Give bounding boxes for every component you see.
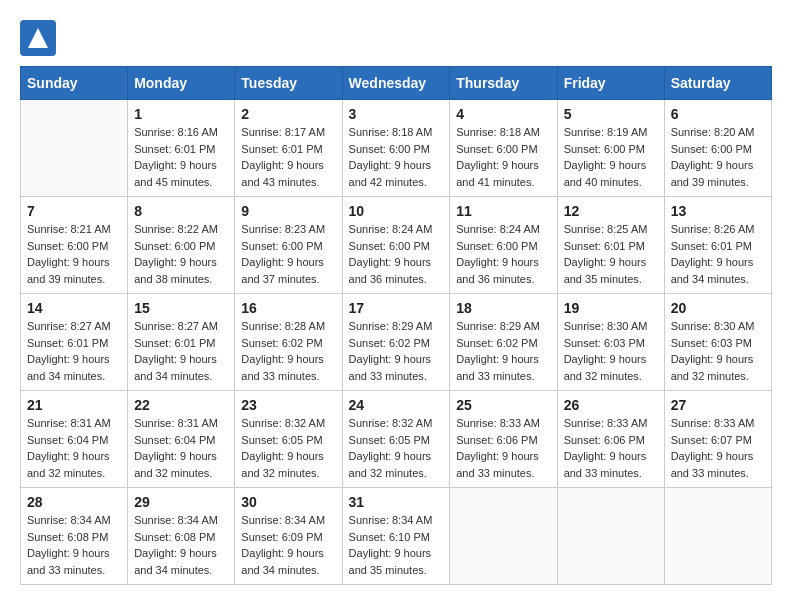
calendar-cell: 18Sunrise: 8:29 AM Sunset: 6:02 PM Dayli… <box>450 294 557 391</box>
calendar-cell: 11Sunrise: 8:24 AM Sunset: 6:00 PM Dayli… <box>450 197 557 294</box>
calendar-cell: 22Sunrise: 8:31 AM Sunset: 6:04 PM Dayli… <box>128 391 235 488</box>
day-info: Sunrise: 8:19 AM Sunset: 6:00 PM Dayligh… <box>564 124 658 190</box>
day-number: 11 <box>456 203 550 219</box>
calendar-cell: 12Sunrise: 8:25 AM Sunset: 6:01 PM Dayli… <box>557 197 664 294</box>
day-info: Sunrise: 8:29 AM Sunset: 6:02 PM Dayligh… <box>349 318 444 384</box>
day-info: Sunrise: 8:29 AM Sunset: 6:02 PM Dayligh… <box>456 318 550 384</box>
calendar-cell: 27Sunrise: 8:33 AM Sunset: 6:07 PM Dayli… <box>664 391 771 488</box>
day-number: 31 <box>349 494 444 510</box>
calendar: SundayMondayTuesdayWednesdayThursdayFrid… <box>20 66 772 585</box>
calendar-cell: 29Sunrise: 8:34 AM Sunset: 6:08 PM Dayli… <box>128 488 235 585</box>
calendar-cell: 30Sunrise: 8:34 AM Sunset: 6:09 PM Dayli… <box>235 488 342 585</box>
calendar-header-monday: Monday <box>128 67 235 100</box>
day-number: 2 <box>241 106 335 122</box>
calendar-cell: 28Sunrise: 8:34 AM Sunset: 6:08 PM Dayli… <box>21 488 128 585</box>
day-info: Sunrise: 8:26 AM Sunset: 6:01 PM Dayligh… <box>671 221 765 287</box>
day-info: Sunrise: 8:31 AM Sunset: 6:04 PM Dayligh… <box>27 415 121 481</box>
calendar-header-saturday: Saturday <box>664 67 771 100</box>
calendar-cell: 16Sunrise: 8:28 AM Sunset: 6:02 PM Dayli… <box>235 294 342 391</box>
day-number: 18 <box>456 300 550 316</box>
day-info: Sunrise: 8:34 AM Sunset: 6:09 PM Dayligh… <box>241 512 335 578</box>
day-info: Sunrise: 8:24 AM Sunset: 6:00 PM Dayligh… <box>349 221 444 287</box>
day-info: Sunrise: 8:31 AM Sunset: 6:04 PM Dayligh… <box>134 415 228 481</box>
calendar-cell: 15Sunrise: 8:27 AM Sunset: 6:01 PM Dayli… <box>128 294 235 391</box>
calendar-cell: 9Sunrise: 8:23 AM Sunset: 6:00 PM Daylig… <box>235 197 342 294</box>
calendar-header-friday: Friday <box>557 67 664 100</box>
day-number: 30 <box>241 494 335 510</box>
calendar-cell: 26Sunrise: 8:33 AM Sunset: 6:06 PM Dayli… <box>557 391 664 488</box>
day-info: Sunrise: 8:22 AM Sunset: 6:00 PM Dayligh… <box>134 221 228 287</box>
day-info: Sunrise: 8:20 AM Sunset: 6:00 PM Dayligh… <box>671 124 765 190</box>
day-info: Sunrise: 8:28 AM Sunset: 6:02 PM Dayligh… <box>241 318 335 384</box>
day-number: 29 <box>134 494 228 510</box>
logo-icon <box>20 20 56 56</box>
day-info: Sunrise: 8:16 AM Sunset: 6:01 PM Dayligh… <box>134 124 228 190</box>
calendar-cell: 13Sunrise: 8:26 AM Sunset: 6:01 PM Dayli… <box>664 197 771 294</box>
calendar-cell: 7Sunrise: 8:21 AM Sunset: 6:00 PM Daylig… <box>21 197 128 294</box>
day-number: 5 <box>564 106 658 122</box>
calendar-cell <box>664 488 771 585</box>
day-info: Sunrise: 8:34 AM Sunset: 6:10 PM Dayligh… <box>349 512 444 578</box>
header <box>20 20 772 56</box>
calendar-cell: 31Sunrise: 8:34 AM Sunset: 6:10 PM Dayli… <box>342 488 450 585</box>
calendar-cell <box>450 488 557 585</box>
day-number: 16 <box>241 300 335 316</box>
day-number: 22 <box>134 397 228 413</box>
day-number: 13 <box>671 203 765 219</box>
day-number: 9 <box>241 203 335 219</box>
day-number: 1 <box>134 106 228 122</box>
day-number: 25 <box>456 397 550 413</box>
calendar-week-row: 14Sunrise: 8:27 AM Sunset: 6:01 PM Dayli… <box>21 294 772 391</box>
calendar-week-row: 1Sunrise: 8:16 AM Sunset: 6:01 PM Daylig… <box>21 100 772 197</box>
calendar-week-row: 21Sunrise: 8:31 AM Sunset: 6:04 PM Dayli… <box>21 391 772 488</box>
day-info: Sunrise: 8:24 AM Sunset: 6:00 PM Dayligh… <box>456 221 550 287</box>
calendar-cell: 21Sunrise: 8:31 AM Sunset: 6:04 PM Dayli… <box>21 391 128 488</box>
day-number: 3 <box>349 106 444 122</box>
calendar-week-row: 7Sunrise: 8:21 AM Sunset: 6:00 PM Daylig… <box>21 197 772 294</box>
calendar-cell: 2Sunrise: 8:17 AM Sunset: 6:01 PM Daylig… <box>235 100 342 197</box>
day-number: 19 <box>564 300 658 316</box>
day-info: Sunrise: 8:21 AM Sunset: 6:00 PM Dayligh… <box>27 221 121 287</box>
day-number: 24 <box>349 397 444 413</box>
day-number: 28 <box>27 494 121 510</box>
calendar-week-row: 28Sunrise: 8:34 AM Sunset: 6:08 PM Dayli… <box>21 488 772 585</box>
calendar-header-row: SundayMondayTuesdayWednesdayThursdayFrid… <box>21 67 772 100</box>
calendar-cell: 8Sunrise: 8:22 AM Sunset: 6:00 PM Daylig… <box>128 197 235 294</box>
calendar-header-tuesday: Tuesday <box>235 67 342 100</box>
day-info: Sunrise: 8:23 AM Sunset: 6:00 PM Dayligh… <box>241 221 335 287</box>
day-info: Sunrise: 8:25 AM Sunset: 6:01 PM Dayligh… <box>564 221 658 287</box>
calendar-header-wednesday: Wednesday <box>342 67 450 100</box>
calendar-cell: 25Sunrise: 8:33 AM Sunset: 6:06 PM Dayli… <box>450 391 557 488</box>
day-info: Sunrise: 8:32 AM Sunset: 6:05 PM Dayligh… <box>349 415 444 481</box>
day-number: 21 <box>27 397 121 413</box>
calendar-cell: 3Sunrise: 8:18 AM Sunset: 6:00 PM Daylig… <box>342 100 450 197</box>
calendar-cell: 20Sunrise: 8:30 AM Sunset: 6:03 PM Dayli… <box>664 294 771 391</box>
day-info: Sunrise: 8:34 AM Sunset: 6:08 PM Dayligh… <box>27 512 121 578</box>
day-info: Sunrise: 8:34 AM Sunset: 6:08 PM Dayligh… <box>134 512 228 578</box>
day-info: Sunrise: 8:27 AM Sunset: 6:01 PM Dayligh… <box>134 318 228 384</box>
day-info: Sunrise: 8:18 AM Sunset: 6:00 PM Dayligh… <box>456 124 550 190</box>
day-number: 12 <box>564 203 658 219</box>
day-info: Sunrise: 8:17 AM Sunset: 6:01 PM Dayligh… <box>241 124 335 190</box>
calendar-header-sunday: Sunday <box>21 67 128 100</box>
calendar-cell: 14Sunrise: 8:27 AM Sunset: 6:01 PM Dayli… <box>21 294 128 391</box>
calendar-cell: 17Sunrise: 8:29 AM Sunset: 6:02 PM Dayli… <box>342 294 450 391</box>
calendar-cell: 10Sunrise: 8:24 AM Sunset: 6:00 PM Dayli… <box>342 197 450 294</box>
day-info: Sunrise: 8:32 AM Sunset: 6:05 PM Dayligh… <box>241 415 335 481</box>
day-number: 6 <box>671 106 765 122</box>
day-number: 4 <box>456 106 550 122</box>
calendar-cell: 23Sunrise: 8:32 AM Sunset: 6:05 PM Dayli… <box>235 391 342 488</box>
day-number: 7 <box>27 203 121 219</box>
day-number: 17 <box>349 300 444 316</box>
calendar-cell <box>557 488 664 585</box>
day-info: Sunrise: 8:30 AM Sunset: 6:03 PM Dayligh… <box>671 318 765 384</box>
day-number: 23 <box>241 397 335 413</box>
day-info: Sunrise: 8:33 AM Sunset: 6:06 PM Dayligh… <box>564 415 658 481</box>
day-number: 26 <box>564 397 658 413</box>
calendar-cell: 1Sunrise: 8:16 AM Sunset: 6:01 PM Daylig… <box>128 100 235 197</box>
calendar-header-thursday: Thursday <box>450 67 557 100</box>
day-info: Sunrise: 8:33 AM Sunset: 6:07 PM Dayligh… <box>671 415 765 481</box>
day-info: Sunrise: 8:33 AM Sunset: 6:06 PM Dayligh… <box>456 415 550 481</box>
day-number: 15 <box>134 300 228 316</box>
calendar-cell <box>21 100 128 197</box>
